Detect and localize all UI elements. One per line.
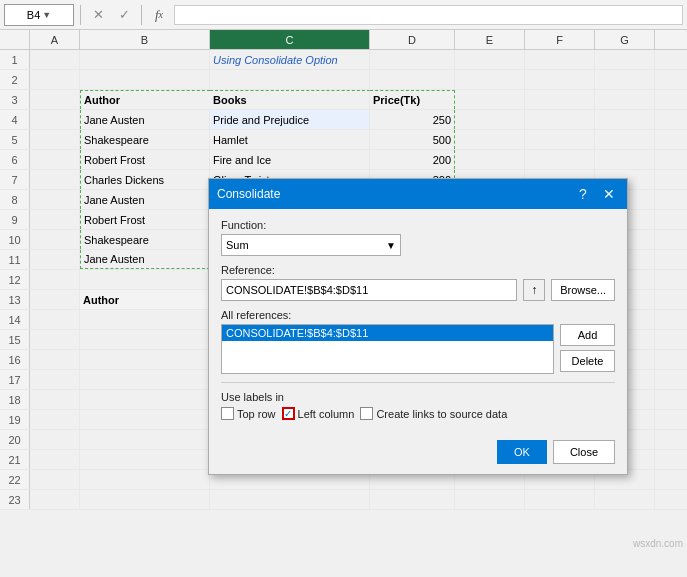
row-number: 13 bbox=[0, 290, 30, 309]
cell-b11[interactable]: Jane Austen bbox=[80, 250, 210, 269]
row-number: 17 bbox=[0, 370, 30, 389]
ok-button[interactable]: OK bbox=[497, 440, 547, 464]
table-row: 3 Author Books Price(Tk) bbox=[0, 90, 687, 110]
cell-a4[interactable] bbox=[30, 110, 80, 129]
watermark: wsxdn.com bbox=[633, 538, 683, 549]
col-header-d: D bbox=[370, 30, 455, 49]
name-box[interactable]: B4 ▼ bbox=[4, 4, 74, 26]
browse-button[interactable]: Browse... bbox=[551, 279, 615, 301]
close-dialog-button[interactable]: Close bbox=[553, 440, 615, 464]
cell-c1[interactable]: Using Consolidate Option bbox=[210, 50, 370, 69]
cell-a6[interactable] bbox=[30, 150, 80, 169]
cell-a9[interactable] bbox=[30, 210, 80, 229]
cell-f6[interactable] bbox=[525, 150, 595, 169]
cell-b5[interactable]: Shakespeare bbox=[80, 130, 210, 149]
row-number: 11 bbox=[0, 250, 30, 269]
cell-a8[interactable] bbox=[30, 190, 80, 209]
add-button[interactable]: Add bbox=[560, 324, 615, 346]
cancel-icon[interactable]: ✕ bbox=[87, 4, 109, 26]
row-number: 7 bbox=[0, 170, 30, 189]
cell-a5[interactable] bbox=[30, 130, 80, 149]
function-icon[interactable]: fx bbox=[148, 4, 170, 26]
function-label: Function: bbox=[221, 219, 615, 231]
cell-b9[interactable]: Robert Frost bbox=[80, 210, 210, 229]
col-header-e: E bbox=[455, 30, 525, 49]
dialog-help-button[interactable]: ? bbox=[573, 184, 593, 204]
cell-b8[interactable]: Jane Austen bbox=[80, 190, 210, 209]
row-number: 4 bbox=[0, 110, 30, 129]
function-value: Sum bbox=[226, 239, 249, 251]
create-links-checkbox-item[interactable]: Create links to source data bbox=[360, 407, 507, 420]
cell-b2[interactable] bbox=[80, 70, 210, 89]
create-links-checkbox[interactable] bbox=[360, 407, 373, 420]
cell-a3[interactable] bbox=[30, 90, 80, 109]
cell-c3-header[interactable]: Books bbox=[210, 90, 370, 109]
cell-b7[interactable]: Charles Dickens bbox=[80, 170, 210, 189]
cell-c5[interactable]: Hamlet bbox=[210, 130, 370, 149]
row-number: 8 bbox=[0, 190, 30, 209]
confirm-icon[interactable]: ✓ bbox=[113, 4, 135, 26]
delete-button[interactable]: Delete bbox=[560, 350, 615, 372]
use-labels-section: Use labels in Top row Left column bbox=[221, 382, 615, 420]
cell-b4[interactable]: Jane Austen bbox=[80, 110, 210, 129]
cell-a10[interactable] bbox=[30, 230, 80, 249]
cell-a1[interactable] bbox=[30, 50, 80, 69]
cell-f3[interactable] bbox=[525, 90, 595, 109]
cell-g4[interactable] bbox=[595, 110, 655, 129]
cell-g1[interactable] bbox=[595, 50, 655, 69]
cell-b6[interactable]: Robert Frost bbox=[80, 150, 210, 169]
cell-d2[interactable] bbox=[370, 70, 455, 89]
cell-b12[interactable] bbox=[80, 270, 210, 289]
cell-g2[interactable] bbox=[595, 70, 655, 89]
cell-e4[interactable] bbox=[455, 110, 525, 129]
left-column-checkbox[interactable] bbox=[282, 407, 295, 420]
cell-d1[interactable] bbox=[370, 50, 455, 69]
cell-e5[interactable] bbox=[455, 130, 525, 149]
top-row-checkbox-item[interactable]: Top row bbox=[221, 407, 276, 420]
cell-b13-author[interactable]: Author bbox=[80, 290, 210, 309]
cell-e1[interactable] bbox=[455, 50, 525, 69]
cell-f5[interactable] bbox=[525, 130, 595, 149]
cell-a13[interactable] bbox=[30, 290, 80, 309]
cell-c4[interactable]: Pride and Prejudice bbox=[210, 110, 370, 129]
cell-e6[interactable] bbox=[455, 150, 525, 169]
cell-g6[interactable] bbox=[595, 150, 655, 169]
cell-a11[interactable] bbox=[30, 250, 80, 269]
cell-g5[interactable] bbox=[595, 130, 655, 149]
reference-upload-button[interactable]: ↑ bbox=[523, 279, 545, 301]
ribbon: B4 ▼ ✕ ✓ fx bbox=[0, 0, 687, 30]
function-select[interactable]: Sum ▼ bbox=[221, 234, 401, 256]
cell-b3-header[interactable]: Author bbox=[80, 90, 210, 109]
reference-row: CONSOLIDATE!$B$4:$D$11 ↑ Browse... bbox=[221, 279, 615, 301]
cell-a7[interactable] bbox=[30, 170, 80, 189]
cell-g3[interactable] bbox=[595, 90, 655, 109]
cell-b10[interactable]: Shakespeare bbox=[80, 230, 210, 249]
cell-c2[interactable] bbox=[210, 70, 370, 89]
row-number: 23 bbox=[0, 490, 30, 509]
cell-a2[interactable] bbox=[30, 70, 80, 89]
cell-c6[interactable]: Fire and Ice bbox=[210, 150, 370, 169]
cell-a12[interactable] bbox=[30, 270, 80, 289]
table-row: 6 Robert Frost Fire and Ice 200 bbox=[0, 150, 687, 170]
reference-input[interactable]: CONSOLIDATE!$B$4:$D$11 bbox=[221, 279, 517, 301]
cell-f1[interactable] bbox=[525, 50, 595, 69]
dialog-close-button[interactable]: ✕ bbox=[599, 184, 619, 204]
left-column-checkbox-item[interactable]: Left column bbox=[282, 407, 355, 420]
row-number: 18 bbox=[0, 390, 30, 409]
all-references-box[interactable]: CONSOLIDATE!$B$4:$D$11 bbox=[221, 324, 554, 374]
cell-d5[interactable]: 500 bbox=[370, 130, 455, 149]
cell-d6[interactable]: 200 bbox=[370, 150, 455, 169]
row-number: 20 bbox=[0, 430, 30, 449]
ribbon-separator bbox=[80, 5, 81, 25]
col-header-c: C bbox=[210, 30, 370, 49]
cell-b1[interactable] bbox=[80, 50, 210, 69]
cell-f2[interactable] bbox=[525, 70, 595, 89]
cell-e3[interactable] bbox=[455, 90, 525, 109]
formula-input[interactable] bbox=[174, 5, 683, 25]
cell-f4[interactable] bbox=[525, 110, 595, 129]
cell-d3-header[interactable]: Price(Tk) bbox=[370, 90, 455, 109]
table-row: 5 Shakespeare Hamlet 500 bbox=[0, 130, 687, 150]
top-row-checkbox[interactable] bbox=[221, 407, 234, 420]
cell-e2[interactable] bbox=[455, 70, 525, 89]
cell-d4[interactable]: 250 bbox=[370, 110, 455, 129]
